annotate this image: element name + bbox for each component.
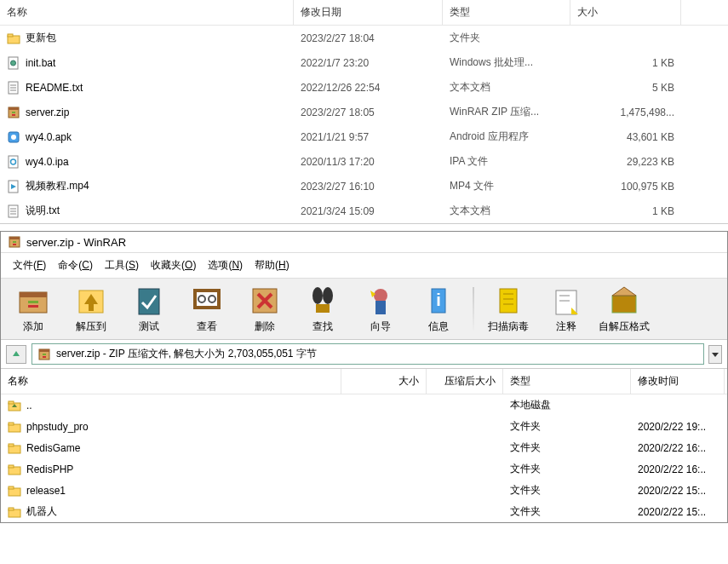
entry-date: 2020/2/22 15:.. — [631, 483, 725, 498]
svg-point-36 — [312, 287, 323, 304]
entry-date: 2020/2/22 19:.. — [631, 419, 725, 435]
file-row[interactable]: server.zip 2023/2/27 18:05 WinRAR ZIP 压缩… — [0, 100, 728, 124]
tool-add[interactable]: 添加 — [8, 284, 59, 334]
file-row[interactable]: 视频教程.mp4 2023/2/27 16:10 MP4 文件 100,975 … — [0, 174, 728, 199]
tool-label: 删除 — [255, 319, 275, 334]
header-size[interactable]: 大小 — [570, 0, 681, 25]
archive-row[interactable]: release1 文件夹 2020/2/22 15:.. — [1, 480, 727, 501]
menu-文件[interactable]: 文件(F) — [8, 256, 51, 274]
updir-icon — [8, 399, 21, 412]
tool-test[interactable]: 测试 — [123, 284, 175, 334]
file-row[interactable]: README.txt 2022/12/26 22:54 文本文档 5 KB — [0, 75, 728, 100]
entry-date — [631, 404, 725, 407]
svg-rect-23 — [28, 301, 38, 303]
file-size: 1 KB — [570, 55, 681, 71]
file-name: 视频教程.mp4 — [26, 179, 89, 193]
archive-row[interactable]: .. 本地磁盘 — [1, 394, 727, 416]
file-row[interactable]: init.bat 2022/1/7 23:20 Windows 批处理... 1… — [0, 50, 728, 75]
tool-label: 添加 — [23, 319, 43, 334]
tool-scan[interactable]: 扫描病毒 — [483, 284, 534, 334]
path-dropdown-button[interactable] — [708, 345, 722, 364]
file-name: 更新包 — [26, 31, 56, 45]
file-row[interactable]: 说明.txt 2021/3/24 15:09 文本文档 1 KB — [0, 199, 728, 223]
tool-view[interactable]: 查看 — [181, 284, 232, 334]
folder-icon — [8, 463, 21, 476]
tool-find[interactable]: 查找 — [297, 284, 348, 334]
svg-marker-55 — [712, 353, 719, 357]
entry-name: release1 — [26, 485, 66, 497]
wheader-packed[interactable]: 压缩后大小 — [427, 369, 503, 394]
svg-rect-52 — [612, 296, 636, 313]
file-name: server.zip — [26, 106, 69, 118]
winrar-column-headers: 名称 大小 压缩后大小 类型 修改时间 — [1, 369, 727, 394]
extract-icon — [74, 284, 108, 318]
archive-row[interactable]: 机器人 文件夹 2020/2/22 15:.. — [1, 501, 727, 522]
path-field[interactable]: server.zip - ZIP 压缩文件, 解包大小为 2,703,055,0… — [32, 343, 704, 365]
wheader-name[interactable]: 名称 — [1, 369, 341, 394]
entry-name: phpstudy_pro — [26, 421, 89, 433]
file-type: MP4 文件 — [443, 177, 570, 195]
file-row[interactable]: 更新包 2023/2/27 18:04 文件夹 — [0, 26, 728, 50]
wheader-type[interactable]: 类型 — [503, 369, 631, 394]
tool-label: 查看 — [197, 319, 217, 334]
delete-icon — [248, 284, 282, 318]
entry-date: 2020/2/22 16:.. — [631, 440, 725, 456]
file-date: 2023/2/27 18:04 — [294, 31, 443, 46]
file-date: 2023/2/27 18:05 — [294, 105, 443, 120]
file-row[interactable]: wy4.0.apk 2021/1/21 9:57 Android 应用程序 43… — [0, 124, 728, 149]
svg-rect-22 — [20, 292, 47, 297]
wheader-size[interactable]: 大小 — [341, 369, 427, 394]
menu-命令[interactable]: 命令(C) — [53, 256, 98, 274]
menu-收藏夹[interactable]: 收藏夹(O) — [146, 256, 201, 274]
entry-type: 文件夹 — [503, 439, 631, 457]
svg-rect-38 — [316, 304, 330, 313]
archive-row[interactable]: RedisGame 文件夹 2020/2/22 16:.. — [1, 437, 727, 458]
file-date: 2021/3/24 15:09 — [294, 204, 443, 219]
svg-rect-44 — [500, 289, 517, 313]
file-date: 2021/1/21 9:57 — [294, 129, 443, 145]
file-type: 文本文档 — [443, 202, 570, 220]
file-date: 2022/12/26 22:54 — [294, 80, 443, 95]
winrar-rows: .. 本地磁盘 phpstudy_pro 文件夹 2020/2/22 19:..… — [1, 394, 727, 522]
archive-row[interactable]: phpstudy_pro 文件夹 2020/2/22 19:.. — [1, 416, 727, 437]
chevron-down-icon — [711, 350, 719, 359]
archive-row[interactable]: RedisPHP 文件夹 2020/2/22 16:.. — [1, 458, 727, 480]
entry-type: 本地磁盘 — [503, 396, 631, 414]
tool-sfx[interactable]: 自解压格式 — [599, 284, 650, 334]
folder-icon — [7, 32, 20, 45]
file-type: 文本文档 — [443, 78, 570, 96]
file-name: wy4.0.apk — [26, 131, 72, 143]
file-date: 2022/1/7 23:20 — [294, 55, 443, 71]
tool-label: 查找 — [312, 319, 333, 334]
header-type[interactable]: 类型 — [443, 0, 570, 25]
tool-delete[interactable]: 删除 — [239, 284, 290, 334]
file-name: README.txt — [26, 82, 83, 94]
menu-工具[interactable]: 工具(S) — [100, 256, 144, 274]
winrar-window: server.zip - WinRAR 文件(F)命令(C)工具(S)收藏夹(O… — [0, 231, 728, 523]
file-row[interactable]: wy4.0.ipa 2020/11/3 17:20 IPA 文件 29,223 … — [0, 149, 728, 174]
folder-icon — [8, 505, 21, 519]
header-date[interactable]: 修改日期 — [294, 0, 443, 25]
file-type: Windows 批处理... — [443, 54, 570, 72]
test-icon — [132, 284, 166, 318]
tool-info[interactable]: i信息 — [413, 284, 464, 334]
menu-帮助[interactable]: 帮助(H) — [249, 256, 295, 274]
wheader-date[interactable]: 修改时间 — [631, 369, 725, 394]
menu-选项[interactable]: 选项(N) — [203, 256, 248, 274]
folder-icon — [8, 420, 21, 434]
file-date: 2023/2/27 16:10 — [294, 179, 443, 194]
entry-type: 文件夹 — [503, 417, 631, 435]
file-type: WinRAR ZIP 压缩... — [443, 103, 570, 121]
tool-comment[interactable]: 注释 — [541, 284, 592, 334]
scan-icon — [491, 284, 525, 318]
tool-extract[interactable]: 解压到 — [66, 284, 117, 334]
up-button[interactable] — [6, 345, 26, 364]
header-name[interactable]: 名称 — [0, 0, 294, 25]
svg-rect-27 — [89, 304, 94, 311]
entry-name: 机器人 — [26, 504, 57, 519]
entry-size — [341, 510, 427, 514]
winrar-title-text: server.zip - WinRAR — [26, 236, 126, 249]
svg-marker-54 — [13, 351, 20, 356]
tool-wizard[interactable]: 向导 — [355, 284, 406, 334]
svg-point-39 — [374, 289, 387, 302]
